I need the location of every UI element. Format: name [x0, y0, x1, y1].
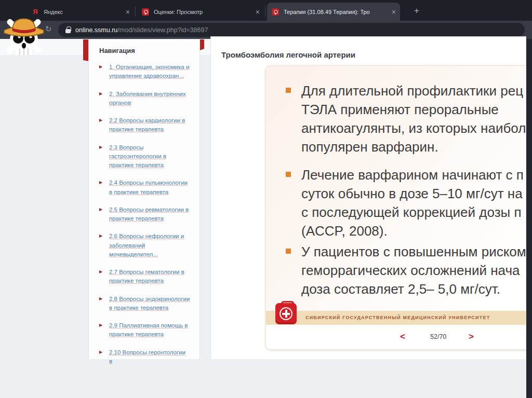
sidebar-item-2-9[interactable]: ▶ 2.9 Паллиативная помощь в практике тер… [99, 321, 190, 339]
slide-text-line: геморрагических осложнений нача [301, 261, 526, 280]
vertical-scrollbar[interactable] [526, 39, 532, 398]
next-slide-icon[interactable]: > [466, 332, 477, 342]
medical-cross-icon [280, 307, 292, 320]
sidebar-item-label[interactable]: 2.9 Паллиативная помощь в практике терап… [109, 321, 190, 339]
slide-footer-text: СИБИРСКИЙ ГОСУДАРСТВЕННЫЙ МЕДИЦИНСКИЙ УН… [305, 315, 490, 320]
square-bullet-icon [286, 88, 291, 93]
tab-label: Яндекс [44, 9, 122, 15]
sidebar-item-2-5[interactable]: ▶ 2.5 Вопросы ревматологии в практике те… [99, 205, 190, 224]
slide-pager: < 52/70 > [266, 325, 526, 350]
slide-text-line: ТЭЛА применяют пероральные [301, 100, 526, 119]
page-url: online.ssmu.ru/mod/slides/view.php?id=38… [75, 26, 208, 34]
slide-text-line: У пациентов с повышенным риском [301, 242, 526, 261]
tab-separator [135, 6, 136, 17]
lock-icon [65, 26, 71, 33]
tab-label: Терапия (31.08.49 Терапия): Тро [284, 9, 388, 15]
triangle-bullet-icon: ▶ [99, 295, 104, 313]
slide-text-line: антикоагулянты, из которых наибол [301, 119, 526, 138]
tab-separator [265, 6, 265, 17]
sidebar-item-label[interactable]: 2.4 Вопросы пульмонологии в практике тер… [109, 179, 190, 197]
url-domain: online.ssmu.ru [75, 26, 117, 34]
triangle-bullet-icon: ▶ [99, 63, 104, 81]
ssmu-favicon [141, 8, 150, 16]
tab-grades[interactable]: Оценки: Просмотр × [137, 3, 264, 21]
sidebar-title: Навигация [99, 47, 190, 54]
slide-text-line: доза составляет 2,5– 5,0 мг/сут. [301, 280, 526, 298]
url-path: /mod/slides/view.php?id=38697 [117, 26, 208, 34]
slide-text-line: Лечение варфарином начинают с п [301, 166, 526, 184]
slide-text-line: с последующей коррекцией дозы п [301, 203, 526, 222]
triangle-bullet-icon: ▶ [99, 268, 104, 286]
tab-bar: Я Яндекс × Оценки: Просмотр × Терапия (3… [0, 0, 532, 21]
sidebar-item-2-4[interactable]: ▶ 2.4 Вопросы пульмонологии в практике т… [99, 179, 190, 197]
back-icon[interactable]: ← [6, 24, 18, 33]
sidebar-item-2-10[interactable]: ▶ 2.10 Вопросы геронтологии в [99, 348, 190, 366]
sidebar-item-label[interactable]: 2.10 Вопросы геронтологии в [109, 348, 190, 366]
sidebar-item-2-6[interactable]: ▶ 2.6 Вопросы нефрологии и заболеваний м… [99, 232, 190, 259]
yandex-favicon: Я [31, 8, 39, 16]
first-aid-kit-icon [275, 303, 297, 324]
slide-text-line: (ACCP, 2008). [301, 222, 526, 240]
close-icon[interactable]: × [256, 8, 260, 16]
sidebar-item-label[interactable]: 2.6 Вопросы нефрологии и заболеваний моч… [109, 232, 190, 259]
prev-slide-icon[interactable]: < [397, 332, 408, 342]
page-title: Тромбоэмболия легочной артерии [221, 50, 355, 59]
tab-yandex[interactable]: Я Яндекс × [27, 3, 134, 21]
browser-window: Я Яндекс × Оценки: Просмотр × Терапия (3… [0, 0, 532, 398]
sidebar-item-label[interactable]: 1. Организация, экономика и управление з… [109, 63, 190, 81]
sidebar-item-label[interactable]: 2.3 Вопросы гастроэнтерологии в практике… [109, 143, 190, 170]
sidebar-item-2[interactable]: ▶ 2. Заболевания внутренних органов [99, 90, 190, 108]
triangle-bullet-icon: ▶ [99, 90, 104, 108]
square-bullet-icon [286, 249, 291, 254]
triangle-bullet-icon: ▶ [99, 232, 104, 259]
sidebar-item-1[interactable]: ▶ 1. Организация, экономика и управление… [99, 63, 190, 81]
sidebar-item-2-2[interactable]: ▶ 2.2 Вопросы кардиологии в практике тер… [99, 116, 190, 134]
triangle-bullet-icon: ▶ [99, 116, 104, 134]
sidebar-item-2-3[interactable]: ▶ 2.3 Вопросы гастроэнтерологии в практи… [99, 143, 190, 170]
triangle-bullet-icon: ▶ [99, 205, 104, 224]
sidebar-item-2-8[interactable]: ▶ 2.8 Вопросы эндокринологии в практике … [99, 295, 190, 313]
tab-therapy-active[interactable]: Терапия (31.08.49 Терапия): Тро × [267, 3, 400, 21]
square-bullet-icon [286, 172, 291, 177]
sidebar-item-label[interactable]: 2. Заболевания внутренних органов [109, 90, 190, 108]
close-icon[interactable]: × [126, 8, 130, 16]
ssmu-favicon [271, 8, 280, 16]
triangle-bullet-icon: ▶ [99, 348, 104, 366]
main-content: Тромбоэмболия легочной артерии Для длите… [210, 36, 526, 359]
address-bar[interactable]: online.ssmu.ru/mod/slides/view.php?id=38… [58, 23, 525, 37]
triangle-bullet-icon: ▶ [99, 143, 104, 170]
triangle-bullet-icon: ▶ [99, 179, 104, 197]
slide-text-line: суток обычно в дозе 5–10 мг/сут на [301, 184, 526, 203]
sidebar-item-label[interactable]: 2.5 Вопросы ревматологии в практике тера… [109, 205, 190, 224]
slide-text-line: Для длительной профилактики рец [301, 81, 526, 100]
slide-text-line: популярен варфарин. [301, 138, 526, 156]
forward-icon[interactable]: → [25, 24, 36, 33]
new-tab-button[interactable]: + [409, 4, 424, 18]
slide-page-indicator: 52/70 [430, 333, 446, 340]
triangle-bullet-icon: ▶ [99, 321, 104, 339]
sidebar-item-label[interactable]: 2.8 Вопросы эндокринологии в практике те… [109, 295, 190, 313]
tab-label: Оценки: Просмотр [154, 9, 251, 15]
sidebar-item-label[interactable]: 2.7 Вопросы гематологии в практике терап… [109, 268, 190, 286]
reload-icon[interactable]: ↻ [43, 24, 54, 34]
slide-footer-band: СИБИРСКИЙ ГОСУДАРСТВЕННЫЙ МЕДИЦИНСКИЙ УН… [266, 311, 526, 325]
sidebar-item-2-7[interactable]: ▶ 2.7 Вопросы гематологии в практике тер… [99, 268, 190, 286]
sidebar-item-label[interactable]: 2.2 Вопросы кардиологии в практике терап… [109, 116, 190, 134]
presentation-slide: Для длительной профилактики рец ТЭЛА при… [265, 65, 526, 350]
close-icon[interactable]: × [392, 8, 396, 16]
navigation-sidebar: Навигация ▶ 1. Организация, экономика и … [88, 39, 200, 359]
